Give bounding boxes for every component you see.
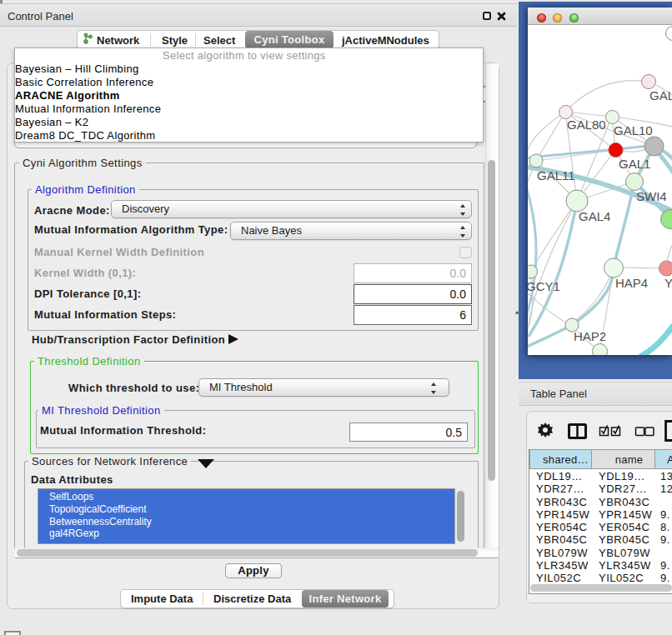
- svg-text:GAL7: GAL7: [649, 88, 672, 102]
- svg-text:GAL1: GAL1: [619, 157, 650, 171]
- svg-text:SWI4: SWI4: [636, 189, 667, 203]
- svg-text:HAP2: HAP2: [574, 329, 606, 343]
- svg-text:GCY1: GCY1: [528, 279, 560, 293]
- svg-text:GAL11: GAL11: [537, 168, 575, 182]
- svg-text:GAL4: GAL4: [579, 209, 610, 223]
- svg-text:HAP4: HAP4: [615, 276, 648, 290]
- svg-text:GAL80: GAL80: [567, 118, 606, 132]
- svg-text:YB: YB: [664, 276, 672, 290]
- svg-text:GAL10: GAL10: [614, 123, 653, 138]
